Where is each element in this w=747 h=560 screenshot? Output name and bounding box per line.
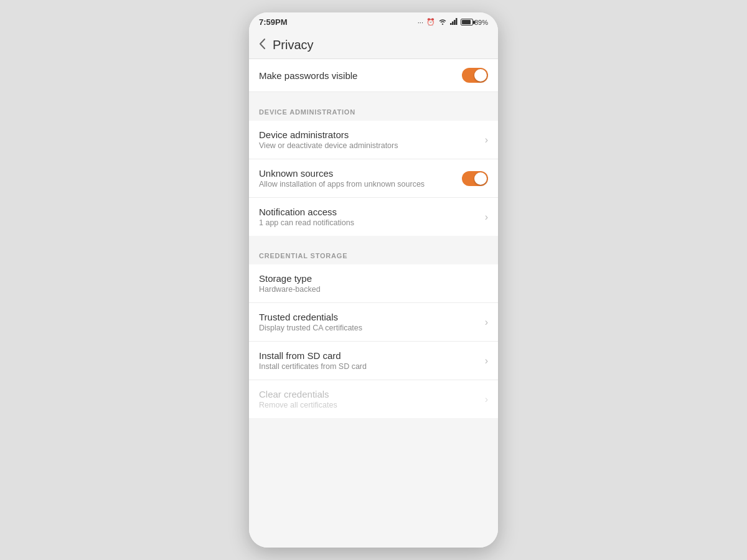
- install-from-sd-item[interactable]: Install from SD card Install certificate…: [249, 342, 498, 380]
- bottom-spacer: [249, 418, 498, 455]
- alarm-icon: ⏰: [426, 18, 435, 26]
- status-time: 7:59PM: [259, 17, 288, 27]
- unknown-sources-toggle-knob: [474, 172, 487, 185]
- svg-rect-0: [450, 23, 452, 25]
- device-administrators-text: Device administrators View or deactivate…: [259, 129, 480, 150]
- clear-credentials-title: Clear credentials: [259, 389, 480, 399]
- clear-credentials-subtitle: Remove all certificates: [259, 401, 480, 409]
- device-administrators-title: Device administrators: [259, 129, 480, 140]
- wifi-icon: [438, 18, 447, 26]
- clear-credentials-item: Clear credentials Remove all certificate…: [249, 380, 498, 418]
- notification-access-subtitle: 1 app can read notifications: [259, 218, 480, 227]
- credential-storage-section-label: CREDENTIAL STORAGE: [259, 252, 347, 259]
- page-title: Privacy: [273, 38, 314, 52]
- notification-access-item[interactable]: Notification access 1 app can read notif…: [249, 198, 498, 236]
- device-admin-section-header: DEVICE ADMINISTRATION: [249, 98, 498, 121]
- status-icons: ··· ⏰ 89%: [418, 18, 488, 26]
- install-from-sd-title: Install from SD card: [259, 350, 480, 361]
- storage-type-item: Storage type Hardware-backed: [249, 264, 498, 303]
- trusted-credentials-title: Trusted credentials: [259, 312, 480, 322]
- settings-content: Make passwords visible DEVICE ADMINISTRA…: [249, 59, 498, 548]
- device-admin-section: Device administrators View or deactivate…: [249, 121, 498, 236]
- make-passwords-visible-item[interactable]: Make passwords visible: [249, 59, 498, 92]
- storage-type-subtitle: Hardware-backed: [259, 285, 488, 294]
- make-passwords-label: Make passwords visible: [259, 70, 357, 81]
- install-from-sd-chevron: ›: [485, 355, 488, 366]
- svg-rect-2: [454, 20, 456, 25]
- unknown-sources-text: Unknown sources Allow installation of ap…: [259, 168, 462, 189]
- unknown-sources-title: Unknown sources: [259, 168, 462, 179]
- install-from-sd-text: Install from SD card Install certificate…: [259, 350, 480, 371]
- credential-storage-section-header: CREDENTIAL STORAGE: [249, 242, 498, 264]
- svg-rect-1: [452, 22, 454, 26]
- notification-access-chevron: ›: [485, 212, 488, 223]
- signal-icon: [450, 18, 458, 26]
- svg-rect-3: [456, 18, 458, 25]
- install-from-sd-subtitle: Install certificates from SD card: [259, 362, 480, 371]
- unknown-sources-subtitle: Allow installation of apps from unknown …: [259, 180, 462, 189]
- trusted-credentials-chevron: ›: [485, 317, 488, 328]
- battery-indicator: 89%: [461, 19, 488, 26]
- battery-percent: 89%: [474, 19, 488, 26]
- status-bar: 7:59PM ··· ⏰ 89%: [249, 12, 498, 32]
- unknown-sources-item[interactable]: Unknown sources Allow installation of ap…: [249, 159, 498, 198]
- unknown-sources-toggle[interactable]: [462, 171, 488, 186]
- trusted-credentials-text: Trusted credentials Display trusted CA c…: [259, 312, 480, 332]
- credential-storage-section: Storage type Hardware-backed Trusted cre…: [249, 264, 498, 418]
- notification-access-title: Notification access: [259, 207, 480, 217]
- device-administrators-subtitle: View or deactivate device administrators: [259, 141, 480, 150]
- toggle-knob: [474, 69, 487, 82]
- clear-credentials-text: Clear credentials Remove all certificate…: [259, 389, 480, 409]
- make-passwords-toggle[interactable]: [462, 68, 488, 83]
- toolbar: Privacy: [249, 32, 498, 59]
- trusted-credentials-item[interactable]: Trusted credentials Display trusted CA c…: [249, 303, 498, 342]
- storage-type-title: Storage type: [259, 273, 488, 284]
- trusted-credentials-subtitle: Display trusted CA certificates: [259, 324, 480, 332]
- phone-frame: 7:59PM ··· ⏰ 89%: [249, 12, 498, 548]
- notification-access-text: Notification access 1 app can read notif…: [259, 207, 480, 227]
- back-button[interactable]: [259, 38, 265, 52]
- device-administrators-chevron: ›: [485, 134, 488, 146]
- device-administrators-item[interactable]: Device administrators View or deactivate…: [249, 121, 498, 159]
- device-admin-section-label: DEVICE ADMINISTRATION: [259, 108, 355, 116]
- dots-icon: ···: [418, 19, 423, 26]
- clear-credentials-chevron: ›: [485, 394, 488, 405]
